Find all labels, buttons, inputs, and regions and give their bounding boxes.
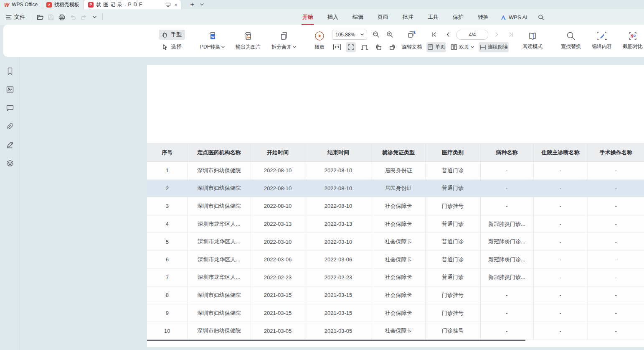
menu-insert[interactable]: 插入: [327, 12, 339, 23]
table-cell: 居民身份证: [372, 162, 425, 180]
rotate-right-icon: [389, 44, 396, 51]
table-cell: 2021-03-15: [251, 304, 305, 322]
continuous-reading-button[interactable]: 连续阅读: [479, 42, 509, 52]
export-image-button[interactable]: 输出为图片: [232, 28, 264, 53]
rotate-left-button[interactable]: [373, 42, 383, 52]
fit-width-icon: [347, 44, 354, 51]
signature-panel-icon[interactable]: [5, 139, 15, 150]
rotate-document-button[interactable]: 旋转文档: [401, 42, 423, 52]
export-image-icon: [243, 31, 253, 41]
fit-page-button[interactable]: [360, 42, 370, 52]
double-page-button[interactable]: 双页: [450, 42, 475, 52]
zoom-in-button[interactable]: [385, 30, 395, 40]
comments-panel-icon[interactable]: [5, 102, 15, 113]
split-merge-button[interactable]: 拆分合并: [268, 28, 299, 53]
reading-mode-button[interactable]: 阅读模式: [519, 25, 546, 57]
actual-size-button[interactable]: 1:1: [332, 42, 342, 52]
table-cell: 2021-03-15: [305, 304, 372, 322]
column-header: 住院主诊断名称: [533, 144, 588, 162]
screenshot-compare-button[interactable]: 截图对比: [619, 29, 644, 53]
table-cell: 7: [147, 268, 188, 286]
open-file-icon[interactable]: [35, 12, 46, 23]
table-bottom-scrollbar[interactable]: [147, 340, 525, 341]
ribbon-toolbar: 手型 选择 W PDF转换 输出: [3, 25, 644, 57]
table-cell: -: [480, 304, 533, 322]
select-tool-button[interactable]: 选择: [159, 42, 185, 52]
left-sidebar: [0, 57, 20, 350]
menu-tools[interactable]: 工具: [427, 12, 439, 23]
new-tab-button[interactable]: +: [187, 0, 198, 9]
table-header-row: 序号定点医药机构名称开始时间结束时间就诊凭证类型医疗类别病种名称住院主诊断名称手…: [147, 144, 644, 162]
menu-protect[interactable]: 保护: [452, 12, 464, 23]
tab-list-chevron-icon[interactable]: [198, 0, 206, 9]
table-cell: 门诊挂号: [425, 197, 480, 215]
table-cell: -: [480, 197, 533, 215]
layers-panel-icon[interactable]: [5, 158, 15, 169]
edit-content-button[interactable]: 编辑内容: [588, 29, 615, 53]
wps-ai-button[interactable]: WPS AI: [500, 14, 527, 20]
print-icon[interactable]: [56, 12, 67, 23]
quickbar-chevron-icon[interactable]: [89, 12, 100, 23]
single-page-button[interactable]: 单页: [426, 42, 446, 52]
menu-convert[interactable]: 转换: [477, 12, 489, 23]
redo-icon[interactable]: [78, 12, 89, 23]
menu-page[interactable]: 页面: [377, 12, 389, 23]
tab-docer-templates[interactable]: 找稻壳模板: [42, 0, 84, 9]
table-cell: 普通门诊: [425, 233, 480, 251]
screenshot-compare-label: 截图对比: [623, 43, 643, 50]
monitor-icon[interactable]: [165, 3, 171, 7]
tab-bar: W WPS Office 找稻壳模板 P 就医记录.PDF × +: [0, 0, 644, 9]
file-menu-button[interactable]: 文件: [0, 13, 29, 21]
close-tab-icon[interactable]: ×: [174, 2, 177, 8]
attachments-panel-icon[interactable]: [5, 121, 15, 132]
thumbnails-panel-icon[interactable]: [5, 84, 15, 95]
chevron-down-icon: [293, 46, 296, 48]
table-cell: 普通门诊: [425, 179, 480, 197]
zoom-level-select[interactable]: 105.88%: [332, 30, 367, 40]
menu-annotate[interactable]: 批注: [402, 12, 414, 23]
table-cell: 2022-08-10: [251, 197, 305, 215]
table-cell: -: [480, 322, 533, 340]
table-cell: -: [588, 162, 644, 180]
column-header: 医疗类别: [425, 144, 480, 162]
table-cell: 2022-03-10: [305, 233, 372, 251]
pdf-convert-button[interactable]: W PDF转换: [197, 28, 228, 53]
table-cell: -: [533, 304, 588, 322]
menu-search-icon[interactable]: [536, 12, 547, 23]
next-page-button[interactable]: [492, 30, 502, 40]
find-replace-button[interactable]: 查找替换: [558, 29, 584, 53]
previous-page-button[interactable]: [443, 30, 453, 40]
table-cell: 2022-08-10: [305, 162, 372, 180]
hand-tool-button[interactable]: 手型: [159, 30, 185, 40]
menu-edit[interactable]: 编辑: [352, 12, 364, 23]
table-cell: 2021-03-15: [305, 286, 372, 304]
fit-width-button[interactable]: [346, 42, 356, 52]
rotate-right-button[interactable]: [387, 42, 397, 52]
tab-wps-office[interactable]: W WPS Office: [0, 0, 42, 9]
column-header: 开始时间: [251, 144, 305, 162]
cursor-icon: [162, 44, 168, 50]
table-cell: -: [588, 322, 644, 340]
save-icon[interactable]: [46, 12, 56, 23]
page-indicator-field[interactable]: 4/4: [456, 30, 488, 40]
last-page-button[interactable]: [506, 30, 516, 40]
table-cell: -: [533, 179, 588, 197]
table-cell: 2022-03-13: [305, 215, 372, 233]
table-cell: -: [588, 215, 644, 233]
menu-home[interactable]: 开始: [302, 12, 314, 23]
table-cell: -: [533, 215, 588, 233]
zoom-out-button[interactable]: [371, 30, 381, 40]
table-cell: 5: [147, 233, 188, 251]
table-cell: 普通门诊: [425, 268, 480, 286]
table-cell: 2021-03-15: [251, 286, 305, 304]
table-cell: 深圳市龙华区人...: [188, 268, 251, 286]
column-header: 定点医药机构名称: [188, 144, 251, 162]
pdf-page[interactable]: 序号定点医药机构名称开始时间结束时间就诊凭证类型医疗类别病种名称住院主诊断名称手…: [147, 65, 644, 347]
replace-page-button[interactable]: [406, 30, 417, 40]
table-row: 1深圳市妇幼保健院2022-08-102022-08-10居民身份证普通门诊--…: [147, 162, 644, 180]
bookmarks-panel-icon[interactable]: [5, 66, 15, 77]
undo-icon[interactable]: [67, 12, 78, 23]
first-page-button[interactable]: [429, 30, 439, 40]
tab-document[interactable]: P 就医记录.PDF ×: [84, 0, 181, 9]
play-button[interactable]: 播放: [311, 25, 328, 57]
